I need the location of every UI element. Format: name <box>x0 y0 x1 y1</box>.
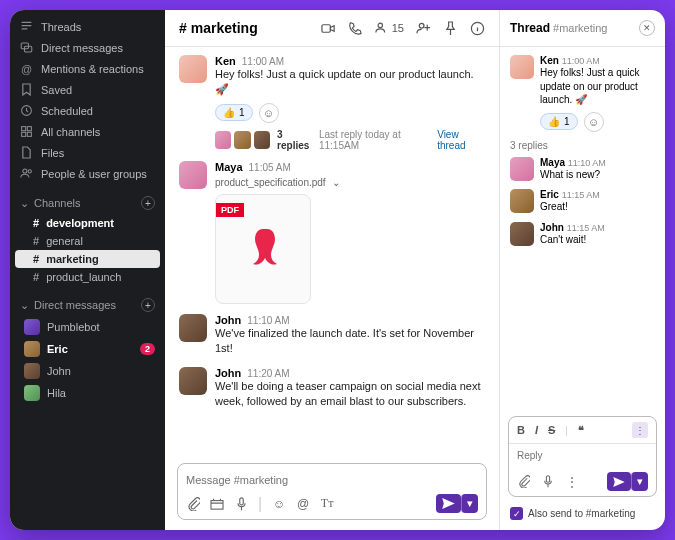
avatar <box>24 363 40 379</box>
dm-item-eric[interactable]: Eric2 <box>10 338 165 360</box>
add-dm-button[interactable]: + <box>141 298 155 312</box>
close-thread-button[interactable]: ✕ <box>639 20 655 36</box>
also-send-checkbox[interactable]: ✓ <box>510 507 523 520</box>
nav-all-channels[interactable]: All channels <box>10 121 165 142</box>
thread-send-options-button[interactable]: ▾ <box>631 472 648 491</box>
avatar[interactable] <box>510 55 534 79</box>
info-icon[interactable] <box>470 21 485 36</box>
nav-people[interactable]: People & user groups <box>10 163 165 184</box>
video-call-icon[interactable] <box>321 21 336 36</box>
dm-section-header[interactable]: ⌄Direct messages + <box>10 292 165 316</box>
dm-item-pumblebot[interactable]: Pumblebot <box>10 316 165 338</box>
unread-badge: 2 <box>140 343 155 355</box>
emoji-icon[interactable]: ☺ <box>272 497 286 511</box>
nav-saved[interactable]: Saved <box>10 79 165 100</box>
reaction-pill[interactable]: 👍1 <box>540 113 578 130</box>
reaction-pill[interactable]: 👍1 <box>215 104 253 121</box>
view-thread-link[interactable]: View thread <box>437 129 485 151</box>
section-label: Channels <box>34 197 80 209</box>
more-formatting-button[interactable]: ⋮ <box>632 422 648 438</box>
nav-label: Direct messages <box>41 42 123 54</box>
channel-title[interactable]: #marketing <box>179 20 258 36</box>
message: Maya11:05 AM product_specification.pdf⌄ … <box>179 161 485 304</box>
app-window: Threads Direct messages @Mentions & reac… <box>10 10 665 530</box>
nav-mentions[interactable]: @Mentions & reactions <box>10 58 165 79</box>
author-name[interactable]: John <box>215 367 241 379</box>
svg-rect-14 <box>239 497 243 504</box>
author-name[interactable]: John <box>540 222 564 233</box>
italic-icon[interactable]: I <box>535 424 538 436</box>
chevron-down-icon[interactable]: ⌄ <box>332 177 340 188</box>
channel-label: general <box>46 235 83 247</box>
nav-direct-messages[interactable]: Direct messages <box>10 37 165 58</box>
avatar[interactable] <box>510 222 534 246</box>
avatar[interactable] <box>510 157 534 181</box>
avatar[interactable] <box>510 189 534 213</box>
send-button[interactable] <box>436 494 461 513</box>
formatting-icon[interactable]: Tт <box>320 497 334 511</box>
file-name-row[interactable]: product_specification.pdf⌄ <box>215 177 485 188</box>
svg-rect-13 <box>211 500 223 509</box>
quote-icon[interactable]: ❝ <box>578 424 584 437</box>
svg-point-7 <box>23 169 27 173</box>
author-name[interactable]: Ken <box>215 55 236 67</box>
reply-avatar <box>254 131 270 149</box>
channel-item-general[interactable]: #general <box>15 232 160 250</box>
hash-icon: # <box>179 20 187 36</box>
more-icon[interactable]: ⋮ <box>565 475 579 489</box>
slash-command-icon[interactable] <box>210 497 224 511</box>
add-reaction-button[interactable]: ☺ <box>584 112 604 132</box>
channels-icon <box>20 125 33 138</box>
dm-item-john[interactable]: John <box>10 360 165 382</box>
nav-scheduled[interactable]: Scheduled <box>10 100 165 121</box>
channels-section-header[interactable]: ⌄Channels + <box>10 190 165 214</box>
phone-call-icon[interactable] <box>348 21 363 36</box>
svg-rect-6 <box>27 132 31 136</box>
bold-icon[interactable]: B <box>517 424 525 436</box>
mention-icon[interactable]: @ <box>296 497 310 511</box>
message-list: Ken11:00 AM Hey folks! Just a quick upda… <box>165 47 499 457</box>
avatar[interactable] <box>179 367 207 395</box>
nav-files[interactable]: Files <box>10 142 165 163</box>
mic-icon[interactable] <box>541 475 555 489</box>
author-name[interactable]: Maya <box>215 161 243 173</box>
timestamp: 11:10 AM <box>247 315 289 326</box>
composer-input[interactable] <box>186 474 478 486</box>
thread-send-button[interactable] <box>607 472 631 491</box>
channel-item-marketing[interactable]: #marketing <box>15 250 160 268</box>
add-member-icon[interactable] <box>416 21 431 36</box>
pdf-badge: PDF <box>216 203 244 217</box>
avatar[interactable] <box>179 314 207 342</box>
thread-body: Ken 11:00 AM Hey folks! Just a quick upd… <box>500 47 665 412</box>
avatar[interactable] <box>179 55 207 83</box>
file-name: product_specification.pdf <box>215 177 326 188</box>
add-reaction-button[interactable]: ☺ <box>259 103 279 123</box>
channel-item-development[interactable]: #development <box>15 214 160 232</box>
nav-threads[interactable]: Threads <box>10 16 165 37</box>
thread-summary[interactable]: 3 replies Last reply today at 11:15AM Vi… <box>215 129 485 151</box>
mic-icon[interactable] <box>234 497 248 511</box>
send-options-button[interactable]: ▾ <box>461 494 478 513</box>
thread-subtitle: #marketing <box>553 22 607 34</box>
channel-item-product-launch[interactable]: #product_launch <box>15 268 160 286</box>
author-name[interactable]: Maya <box>540 157 565 168</box>
add-channel-button[interactable]: + <box>141 196 155 210</box>
nav-label: Saved <box>41 84 72 96</box>
strike-icon[interactable]: S <box>548 424 555 436</box>
author-name[interactable]: John <box>215 314 241 326</box>
bookmark-icon <box>20 83 33 96</box>
message: Ken11:00 AM Hey folks! Just a quick upda… <box>179 55 485 151</box>
file-thumbnail[interactable]: PDF <box>215 194 311 304</box>
author-name[interactable]: Eric <box>540 189 559 200</box>
attach-icon[interactable] <box>517 475 531 489</box>
pdf-icon <box>241 224 285 274</box>
svg-rect-15 <box>546 476 549 483</box>
dm-item-hila[interactable]: Hila <box>10 382 165 404</box>
pin-icon[interactable] <box>443 21 458 36</box>
svg-rect-4 <box>27 127 31 131</box>
avatar[interactable] <box>179 161 207 189</box>
thread-reply-input[interactable] <box>517 450 648 461</box>
member-count[interactable]: 15 <box>375 21 404 35</box>
attach-icon[interactable] <box>186 497 200 511</box>
author-name[interactable]: Ken <box>540 55 559 66</box>
